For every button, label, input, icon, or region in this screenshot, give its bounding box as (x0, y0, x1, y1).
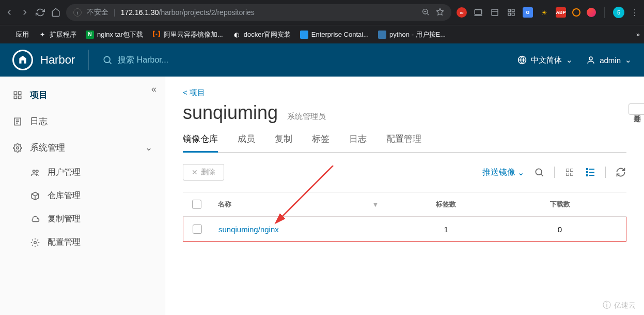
row-checkbox[interactable] (193, 224, 202, 234)
tab-members[interactable]: 成员 (238, 133, 255, 152)
sidebar-item-config[interactable]: 配置管理 (30, 231, 165, 254)
chevron-down-icon: ⌄ (625, 55, 632, 65)
repo-link[interactable]: sunqiuming/nginx (218, 225, 279, 234)
collapse-sidebar-icon[interactable]: « (151, 84, 156, 95)
repo-toolbar: ✕ 删除 推送镜像 ⌄ (183, 164, 626, 181)
menu-icon[interactable]: ⋮ (630, 7, 640, 18)
select-all-checkbox[interactable] (192, 200, 201, 209)
watermark-icon: ⓘ (603, 300, 611, 311)
card-view-icon[interactable] (564, 167, 575, 178)
search-placeholder: 搜索 Harbor... (118, 55, 168, 66)
tab-replication[interactable]: 复制 (275, 133, 292, 152)
tab-logs[interactable]: 日志 (349, 133, 367, 152)
back-icon[interactable] (4, 7, 14, 18)
sidebar-item-replication[interactable]: 复制管理 (30, 207, 165, 231)
enterprise-bookmark[interactable]: Enterprise Contai... (300, 31, 369, 39)
table-header: 名称 ▼ 标签数 下载数 (183, 192, 626, 217)
sun-ext-icon[interactable]: ☀ (539, 7, 549, 18)
sidebar-item-projects[interactable]: 项目 (0, 82, 165, 108)
docker-icon: ◐ (232, 31, 241, 39)
table-row: sunqiuming/nginx 1 0 (183, 217, 626, 241)
infinity-ext-icon[interactable]: ∞ (457, 7, 467, 18)
address-bar[interactable]: i 不安全 | 172.16.1.30/harbor/projects/2/re… (66, 4, 451, 21)
users-label: 用户管理 (48, 167, 81, 178)
delete-button[interactable]: ✕ 删除 (183, 164, 224, 181)
whale-icon (300, 31, 308, 39)
harbor-search[interactable]: 搜索 Harbor... (102, 55, 517, 66)
col-name-header[interactable]: 名称 (218, 200, 231, 209)
list-view-icon[interactable] (585, 167, 596, 178)
main-content: < 项目 sunqiuming 系统管理员 镜像仓库 成员 复制 标签 日志 配… (165, 77, 644, 315)
abp-ext-icon[interactable]: ABP (556, 7, 566, 18)
language-selector[interactable]: 中文简体 ⌄ (517, 55, 573, 65)
users-icon (30, 168, 40, 178)
extension-icons: ∞ G ☀ ABP (457, 7, 596, 18)
aliyun-bookmark[interactable]: 【-】 阿里云容器镜像加... (152, 30, 223, 39)
tab-labels[interactable]: 标签 (312, 133, 329, 152)
apps-label: 应用 (15, 30, 29, 39)
red-ext-icon[interactable] (587, 8, 596, 17)
laptop-ext-icon[interactable] (473, 7, 483, 18)
svg-rect-1 (475, 10, 482, 14)
circle-ext-icon[interactable] (572, 8, 580, 17)
row-tags: 1 (389, 225, 502, 234)
aliyun-icon: 【-】 (152, 31, 161, 39)
sidebar-item-users[interactable]: 用户管理 (30, 161, 165, 184)
grid-ext-icon[interactable] (506, 7, 516, 18)
sidebar-item-admin[interactable]: 系统管理 ⌄ (0, 134, 165, 161)
svg-rect-3 (508, 9, 511, 12)
info-icon[interactable]: i (73, 8, 82, 17)
star-icon[interactable] (436, 8, 444, 18)
refresh-icon[interactable] (615, 167, 626, 178)
project-role: 系统管理员 (287, 112, 326, 122)
delete-label: 删除 (201, 168, 215, 177)
recent-events-tab[interactable]: 近期事件 (629, 103, 644, 115)
chevron-down-icon: ⌄ (517, 168, 524, 177)
nginx-bookmark[interactable]: N nginx tar包下载 (86, 30, 143, 39)
window-ext-icon[interactable] (490, 7, 500, 18)
back-to-projects-link[interactable]: < 项目 (183, 88, 626, 98)
search-icon[interactable] (533, 167, 545, 178)
nginx-label: nginx tar包下载 (97, 30, 143, 39)
sidebar-item-logs[interactable]: 日志 (0, 108, 165, 134)
row-downloads: 0 (503, 225, 617, 234)
aliyun-label: 阿里云容器镜像加... (164, 30, 223, 39)
admin-icon (12, 143, 23, 153)
apps-icon (4, 31, 12, 39)
ext-label: 扩展程序 (50, 30, 76, 39)
harbor-logo[interactable]: Harbor (12, 50, 75, 70)
watermark-text: 亿速云 (614, 301, 636, 310)
forward-icon[interactable] (20, 7, 30, 18)
filter-icon[interactable]: ▼ (372, 201, 379, 208)
zoom-icon[interactable] (421, 8, 430, 18)
push-label: 推送镜像 (482, 167, 515, 178)
user-menu[interactable]: admin ⌄ (586, 55, 632, 65)
home-icon[interactable] (51, 7, 61, 18)
push-image-link[interactable]: 推送镜像 ⌄ (482, 167, 524, 178)
col-tags-header[interactable]: 标签数 (389, 200, 503, 209)
tab-repositories[interactable]: 镜像仓库 (183, 133, 218, 153)
apps-bookmark[interactable]: 应用 (4, 30, 29, 39)
harbor-header: Harbor 搜索 Harbor... 中文简体 ⌄ admin ⌄ (0, 43, 644, 77)
project-title: sunqiuming (183, 102, 278, 124)
python-icon (378, 31, 386, 39)
admin-label: 系统管理 (30, 142, 65, 154)
python-bookmark[interactable]: python - 用户按E... (378, 30, 446, 39)
bookmarks-overflow-icon[interactable]: » (636, 31, 640, 38)
col-downloads-header[interactable]: 下载数 (503, 200, 617, 209)
profile-avatar[interactable]: 5 (613, 7, 624, 18)
config-label: 配置管理 (48, 237, 81, 248)
sidebar-item-repos[interactable]: 仓库管理 (30, 184, 165, 207)
gear-icon (30, 237, 40, 248)
translate-ext-icon[interactable]: G (523, 7, 533, 18)
docker-bookmark[interactable]: ◐ docker官网安装 (232, 30, 291, 39)
user-icon (586, 55, 595, 65)
projects-label: 项目 (30, 89, 48, 101)
url-text: 172.16.1.30/harbor/projects/2/repositori… (121, 8, 255, 17)
puzzle-icon: ✦ (38, 31, 46, 39)
reload-icon[interactable] (35, 7, 45, 18)
tab-config[interactable]: 配置管理 (386, 133, 421, 152)
watermark: ⓘ 亿速云 (603, 300, 636, 311)
extensions-bookmark[interactable]: ✦ 扩展程序 (38, 30, 76, 39)
user-label: admin (600, 56, 621, 65)
